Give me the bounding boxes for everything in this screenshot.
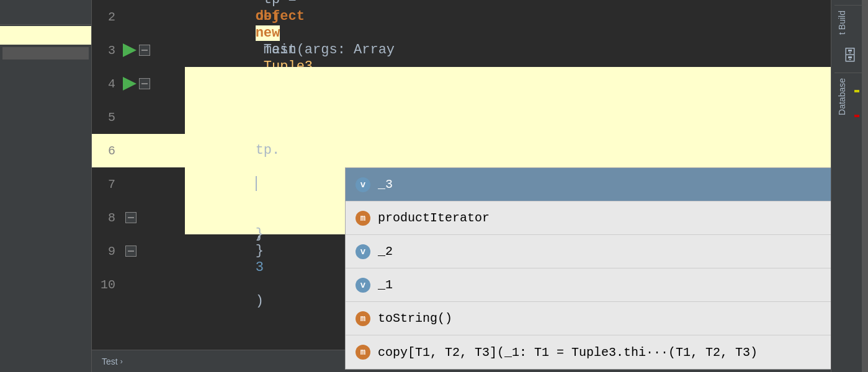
fold-minus-4	[141, 83, 148, 84]
right-scrollbar[interactable]	[862, 0, 868, 372]
line-number-5: 5	[92, 110, 123, 125]
fold-minus-3	[141, 50, 148, 51]
ac-badge-m-copy: m	[356, 345, 370, 360]
ac-item-tostring[interactable]: m toString() String	[346, 302, 831, 335]
ac-name-2: _2	[378, 244, 831, 259]
ac-item-productiterator[interactable]: m productIterator Iterator[Any]	[346, 202, 831, 235]
fold-button-8[interactable]	[125, 212, 136, 223]
ac-badge-v-1: v	[356, 278, 370, 293]
line-number-3: 3	[92, 43, 123, 58]
code-container: 2 3 object Test { 4	[92, 0, 831, 372]
ac-badge-m-pi: m	[356, 211, 370, 226]
ac-badge-v-3: v	[356, 177, 370, 192]
indent-6	[256, 109, 321, 125]
ac-name-3: _3	[378, 177, 831, 192]
line-number-6: 6	[92, 144, 123, 158]
keyword-new: new	[256, 25, 280, 41]
line-number-2: 2	[92, 10, 123, 24]
bottom-tab-label: Test	[102, 356, 118, 366]
ac-badge-m-ts: m	[356, 311, 370, 326]
id-tp: tp =	[256, 0, 305, 7]
bottom-tab-test[interactable]: Test ›	[92, 350, 133, 373]
sidebar-top	[0, 0, 91, 25]
gutter-4	[123, 77, 185, 91]
ac-item-1[interactable]: v _1 Int	[346, 268, 831, 302]
ac-item-2[interactable]: v _2 Int	[346, 235, 831, 268]
right-panel: t Build 🗄 Database	[831, 0, 868, 372]
fold-button-9[interactable]	[125, 246, 136, 257]
ac-name-1: _1	[378, 278, 831, 292]
sidebar-gray-item	[2, 47, 89, 60]
ac-name-copy: copy[T1, T2, T3](_1: T1 = Tuple3.thi···(…	[378, 345, 831, 360]
fold-button-3[interactable]	[139, 45, 150, 56]
database-icon[interactable]: 🗄	[843, 47, 857, 65]
gutter-9	[123, 246, 185, 257]
gutter-8	[123, 212, 185, 223]
line-number-10: 10	[92, 278, 123, 292]
fold-minus-8	[128, 217, 134, 218]
line-number-7: 7	[92, 177, 123, 192]
ac-badge-v-2: v	[356, 244, 370, 259]
line-number-4: 4	[92, 77, 123, 91]
gutter-3	[123, 43, 185, 57]
run-button-3[interactable]	[123, 43, 136, 57]
right-tab-build[interactable]: t Build	[834, 5, 866, 40]
right-tab-group: t Build 🗄 Database	[834, 0, 866, 120]
ac-item-copy[interactable]: m copy[T1, T2, T3](_1: T1 = Tuple3.thi··…	[346, 335, 831, 369]
sidebar-yellow-item	[0, 26, 91, 45]
line-number-8: 8	[92, 211, 123, 225]
code-area: 2 3 object Test { 4	[92, 0, 831, 372]
punc-close-brace-9: }	[256, 243, 264, 259]
autocomplete-dropdown: v _3 Int m productIterator Iterator[Any]…	[345, 167, 831, 370]
ac-name-pi: productIterator	[378, 211, 831, 225]
fold-minus-9	[128, 250, 134, 252]
ac-name-ts: toString()	[378, 311, 831, 326]
ac-item-3[interactable]: v _3 Int	[346, 168, 831, 202]
run-button-4[interactable]	[123, 77, 136, 91]
left-sidebar	[0, 0, 92, 372]
bottom-tab-arrow: ›	[120, 357, 123, 366]
right-tab-database[interactable]: Database	[834, 73, 866, 120]
fold-button-4[interactable]	[139, 78, 150, 89]
line-number-9: 9	[92, 244, 123, 259]
